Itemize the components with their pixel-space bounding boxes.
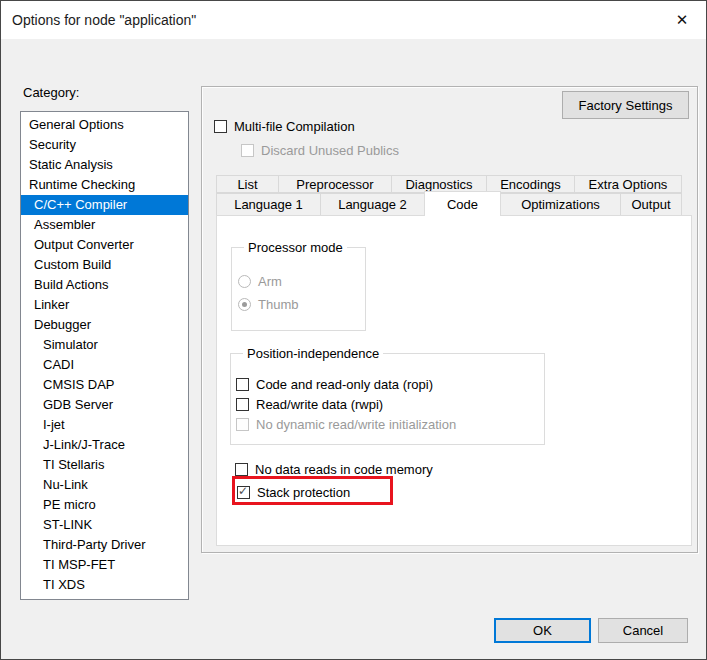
ok-button[interactable]: OK: [494, 618, 591, 643]
no-dynamic-rw-init-label: No dynamic read/write initialization: [256, 417, 456, 432]
stack-protection-label: Stack protection: [257, 485, 350, 500]
category-item-assembler[interactable]: Assembler: [21, 215, 188, 235]
tab-language-2[interactable]: Language 2: [320, 193, 425, 216]
radio-icon: [238, 298, 251, 311]
position-independence-title: Position-independence: [243, 346, 383, 361]
category-item-cadi[interactable]: CADI: [21, 355, 188, 375]
code-tab-page: Processor mode Arm Thumb Position-indepe…: [216, 215, 692, 546]
category-label: Category:: [23, 85, 79, 100]
checkbox-icon: ✓: [241, 144, 254, 157]
thumb-radio-label: Thumb: [258, 297, 298, 312]
ropi-label: Code and read-only data (ropi): [256, 377, 433, 392]
dialog-title: Options for node "application": [12, 1, 196, 39]
tab-optimizations[interactable]: Optimizations: [500, 193, 621, 216]
category-item-runtime-checking[interactable]: Runtime Checking: [21, 175, 188, 195]
category-listbox[interactable]: General OptionsSecurityStatic AnalysisRu…: [20, 111, 189, 600]
thumb-radio: Thumb: [238, 296, 298, 312]
multi-file-compilation-checkbox[interactable]: ✓ Multi-file Compilation: [214, 118, 355, 134]
arm-radio: Arm: [238, 273, 282, 289]
checkbox-icon[interactable]: ✓: [235, 463, 248, 476]
processor-mode-title: Processor mode: [244, 240, 347, 255]
discard-unused-publics-checkbox: ✓ Discard Unused Publics: [241, 142, 399, 158]
tab-language-1[interactable]: Language 1: [216, 193, 321, 216]
category-item-i-jet[interactable]: I-jet: [21, 415, 188, 435]
checkbox-icon[interactable]: ✓: [214, 120, 227, 133]
category-item-gdb-server[interactable]: GDB Server: [21, 395, 188, 415]
category-item-debugger[interactable]: Debugger: [21, 315, 188, 335]
category-item-linker[interactable]: Linker: [21, 295, 188, 315]
rwpi-label: Read/write data (rwpi): [256, 397, 383, 412]
checkbox-checked-icon[interactable]: ✓: [237, 486, 250, 499]
close-icon[interactable]: ✕: [667, 8, 697, 32]
tab-code[interactable]: Code: [424, 191, 501, 216]
ropi-checkbox[interactable]: ✓ Code and read-only data (ropi): [236, 376, 433, 392]
category-item-j-link-j-trace[interactable]: J-Link/J-Trace: [21, 435, 188, 455]
no-data-reads-label: No data reads in code memory: [255, 462, 433, 477]
category-item-third-party-driver[interactable]: Third-Party Driver: [21, 535, 188, 555]
checkbox-icon[interactable]: ✓: [236, 398, 249, 411]
tab-list[interactable]: List: [216, 175, 279, 193]
category-item-simulator[interactable]: Simulator: [21, 335, 188, 355]
category-item-ti-xds[interactable]: TI XDS: [21, 575, 188, 595]
checkbox-icon[interactable]: ✓: [236, 378, 249, 391]
category-item-custom-build[interactable]: Custom Build: [21, 255, 188, 275]
category-item-static-analysis[interactable]: Static Analysis: [21, 155, 188, 175]
discard-unused-publics-label: Discard Unused Publics: [261, 143, 399, 158]
category-item-build-actions[interactable]: Build Actions: [21, 275, 188, 295]
category-item-cmsis-dap[interactable]: CMSIS DAP: [21, 375, 188, 395]
radio-icon: [238, 275, 251, 288]
rwpi-checkbox[interactable]: ✓ Read/write data (rwpi): [236, 396, 383, 412]
category-item-pe-micro[interactable]: PE micro: [21, 495, 188, 515]
category-item-ti-stellaris[interactable]: TI Stellaris: [21, 455, 188, 475]
stack-protection-checkbox[interactable]: ✓ Stack protection: [237, 484, 350, 500]
no-data-reads-checkbox[interactable]: ✓ No data reads in code memory: [235, 461, 433, 477]
tab-preprocessor[interactable]: Preprocessor: [278, 175, 392, 193]
category-item-general-options[interactable]: General Options: [21, 115, 188, 135]
position-independence-group: Position-independence ✓ Code and read-on…: [230, 353, 545, 445]
category-item-security[interactable]: Security: [21, 135, 188, 155]
multi-file-compilation-label: Multi-file Compilation: [234, 119, 355, 134]
category-item-ti-msp-fet[interactable]: TI MSP-FET: [21, 555, 188, 575]
tab-extra-options[interactable]: Extra Options: [574, 175, 682, 193]
processor-mode-group: Processor mode Arm Thumb: [231, 247, 366, 331]
arm-radio-label: Arm: [258, 274, 282, 289]
checkbox-icon: ✓: [236, 418, 249, 431]
tab-row-2: Language 1Language 2CodeOptimizationsOut…: [216, 193, 682, 216]
category-item-nu-link[interactable]: Nu-Link: [21, 475, 188, 495]
category-item-c-c-compiler[interactable]: C/C++ Compiler: [21, 195, 188, 215]
tab-output[interactable]: Output: [620, 193, 682, 216]
cancel-button[interactable]: Cancel: [598, 618, 688, 643]
category-item-st-link[interactable]: ST-LINK: [21, 515, 188, 535]
factory-settings-button[interactable]: Factory Settings: [562, 91, 689, 119]
titlebar: Options for node "application" ✕: [1, 1, 706, 39]
no-dynamic-rw-init-checkbox: ✓ No dynamic read/write initialization: [236, 416, 456, 432]
options-dialog: Options for node "application" ✕ Categor…: [0, 0, 707, 660]
category-item-output-converter[interactable]: Output Converter: [21, 235, 188, 255]
